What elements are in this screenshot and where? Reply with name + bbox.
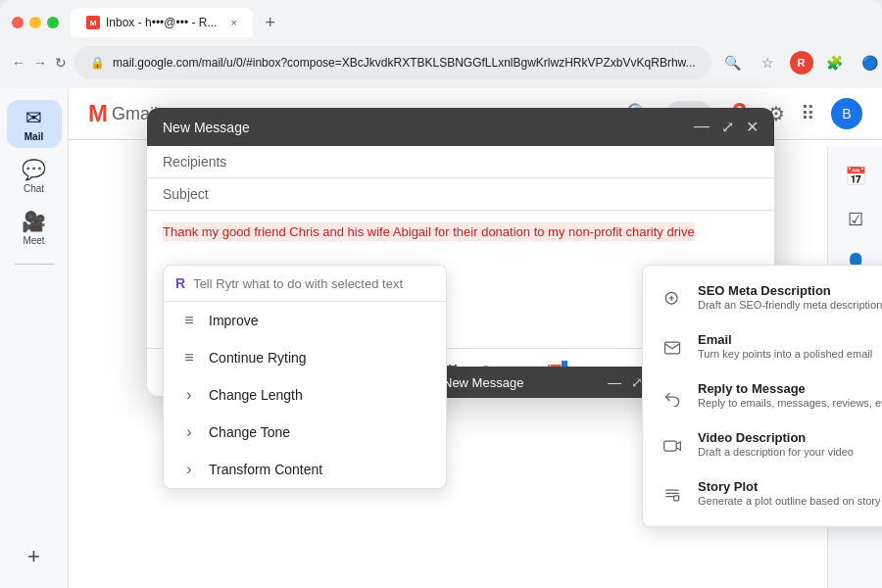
tab-bar: M Inbox - h•••@••• - R... × +	[0, 0, 882, 37]
recipients-field[interactable]: Recipients	[147, 146, 774, 178]
new-tab-button[interactable]: +	[257, 9, 284, 36]
rytr-input-field[interactable]	[193, 276, 434, 291]
tab-label: Inbox - h•••@••• - R...	[106, 16, 217, 29]
selected-text: Thank my good friend Chris and his wife …	[163, 222, 695, 241]
rytr-item-transform[interactable]: › Transform Content	[164, 451, 446, 488]
svg-rect-2	[664, 441, 677, 451]
rs-tasks-icon[interactable]: ☑	[836, 200, 875, 239]
gmail-background: ✉ Mail 💬 Chat 🎥 Meet + M Gmail 🔍 ● ▾	[0, 88, 882, 588]
mini-compose: New Message — ⤢ ✕	[431, 367, 676, 398]
gmail-m: M	[88, 100, 108, 127]
compose-controls: — ⤢ ✕	[694, 118, 759, 136]
mail-icon: ✉	[25, 106, 42, 129]
rytr-continue-label: Continue Ryting	[209, 350, 307, 366]
extensions-icon[interactable]: 🧩	[821, 49, 849, 76]
sidebar-add-button[interactable]: +	[15, 537, 54, 576]
traffic-lights	[12, 17, 59, 28]
rytr-item-continue[interactable]: ≡ Continue Ryting	[164, 339, 446, 376]
bookmark-icon[interactable]: ☆	[755, 49, 782, 76]
compose-header: New Message — ⤢ ✕	[147, 108, 774, 146]
back-button[interactable]: ←	[12, 49, 25, 76]
maximize-traffic-light[interactable]	[47, 17, 59, 28]
sidebar-label-mail: Mail	[24, 131, 43, 142]
rp-email-desc: Turn key points into a polished email	[698, 348, 882, 360]
compose-title: New Message	[163, 120, 250, 135]
close-traffic-light[interactable]	[12, 17, 24, 28]
rp-item-video[interactable]: Video Description Draft a description fo…	[643, 420, 882, 469]
change-length-icon: ›	[179, 386, 199, 404]
rytr-improve-label: Improve	[209, 313, 259, 328]
rytr-item-change-length[interactable]: › Change Length	[164, 376, 446, 414]
rp-story-desc: Generate a plot outline based on story i…	[698, 495, 882, 507]
rp-video-title: Video Description	[698, 430, 882, 445]
address-bar[interactable]: 🔒 mail.google.com/mail/u/0/#inbox?compos…	[74, 46, 711, 79]
rs-calendar-icon[interactable]: 📅	[836, 157, 875, 196]
search-icon[interactable]: 🔍	[719, 49, 747, 76]
rp-reply-text: Reply to Message Reply to emails, messag…	[698, 381, 882, 409]
sidebar-label-meet: Meet	[23, 235, 44, 246]
rytr-item-improve[interactable]: ≡ Improve	[164, 302, 446, 339]
extension-icon[interactable]: R	[790, 51, 813, 74]
subject-field[interactable]: Subject	[147, 178, 774, 211]
compose-body[interactable]: Thank my good friend Chris and his wife …	[147, 211, 774, 348]
rp-story-text: Story Plot Generate a plot outline based…	[698, 479, 882, 507]
address-bar-row: ← → ↻ 🔒 mail.google.com/mail/u/0/#inbox?…	[0, 37, 882, 88]
sidebar-label-chat: Chat	[24, 183, 44, 194]
rp-item-story[interactable]: Story Plot Generate a plot outline based…	[643, 469, 882, 518]
sidebar-item-meet[interactable]: 🎥 Meet	[7, 204, 62, 252]
svg-rect-1	[665, 342, 680, 354]
chat-icon: 💬	[22, 158, 46, 181]
rp-seo-title: SEO Meta Description	[698, 283, 882, 298]
reload-button[interactable]: ↻	[55, 49, 67, 76]
rp-reply-title: Reply to Message	[698, 381, 882, 396]
minimize-traffic-light[interactable]	[29, 17, 41, 28]
meet-icon: 🎥	[22, 210, 46, 233]
right-panel: SEO Meta Description Draft an SEO-friend…	[642, 265, 882, 527]
tab-close-icon[interactable]: ×	[230, 17, 236, 28]
rytr-transform-label: Transform Content	[209, 462, 322, 477]
rp-item-reply[interactable]: Reply to Message Reply to emails, messag…	[643, 371, 882, 420]
forward-button[interactable]: →	[33, 49, 47, 76]
profile-icon[interactable]: 🔵	[857, 49, 882, 76]
gmail-sidebar: ✉ Mail 💬 Chat 🎥 Meet +	[0, 88, 69, 588]
user-avatar[interactable]: B	[831, 98, 862, 129]
minimize-button[interactable]: —	[694, 118, 710, 136]
rp-item-seo[interactable]: SEO Meta Description Draft an SEO-friend…	[643, 273, 882, 322]
lock-icon: 🔒	[90, 56, 105, 70]
close-button[interactable]: ✕	[746, 118, 759, 136]
address-text: mail.google.com/mail/u/0/#inbox?compose=…	[113, 56, 696, 70]
rytr-item-change-tone[interactable]: › Change Tone	[164, 414, 446, 451]
sidebar-item-chat[interactable]: 💬 Chat	[7, 152, 62, 200]
expand-button[interactable]: ⤢	[721, 118, 734, 136]
rp-seo-text: SEO Meta Description Draft an SEO-friend…	[698, 283, 882, 311]
story-icon	[659, 481, 686, 509]
rytr-change-tone-label: Change Tone	[209, 424, 290, 440]
rp-item-email[interactable]: Email Turn key points into a polished em…	[643, 322, 882, 371]
seo-icon	[659, 285, 686, 313]
apps-icon[interactable]: ⠿	[801, 102, 815, 125]
sidebar-divider	[15, 264, 54, 265]
rp-email-title: Email	[698, 332, 882, 347]
rp-email-text: Email Turn key points into a polished em…	[698, 332, 882, 360]
active-tab[interactable]: M Inbox - h•••@••• - R... ×	[71, 8, 253, 37]
continue-icon: ≡	[179, 349, 199, 367]
transform-icon: ›	[179, 461, 199, 478]
sidebar-item-mail[interactable]: ✉ Mail	[7, 100, 62, 148]
mini-compose-title: New Message	[443, 375, 523, 390]
rytr-logo-icon: R	[175, 275, 185, 291]
mini-minimize-button[interactable]: —	[608, 374, 621, 390]
browser-chrome: M Inbox - h•••@••• - R... × + ← → ↻ 🔒 ma…	[0, 0, 882, 88]
rytr-input-row[interactable]: R	[164, 266, 446, 302]
gmail-main: M Gmail 🔍 ● ▾ ❓ ⚙ ⠿ B New Message — ⤢ ✕	[69, 88, 882, 588]
svg-rect-3	[674, 496, 679, 501]
reply-icon	[659, 383, 686, 411]
email-icon	[659, 334, 686, 362]
improve-icon: ≡	[179, 312, 199, 329]
rytr-dropdown: R ≡ Improve ≡ Continue Ryting › Change L…	[163, 265, 447, 489]
rp-video-desc: Draft a description for your video	[698, 446, 882, 458]
rp-reply-desc: Reply to emails, messages, reviews, etc	[698, 397, 882, 409]
change-tone-icon: ›	[179, 423, 199, 441]
rp-seo-desc: Draft an SEO-friendly meta description	[698, 299, 882, 311]
subject-label: Subject	[163, 186, 209, 202]
rp-video-text: Video Description Draft a description fo…	[698, 430, 882, 458]
